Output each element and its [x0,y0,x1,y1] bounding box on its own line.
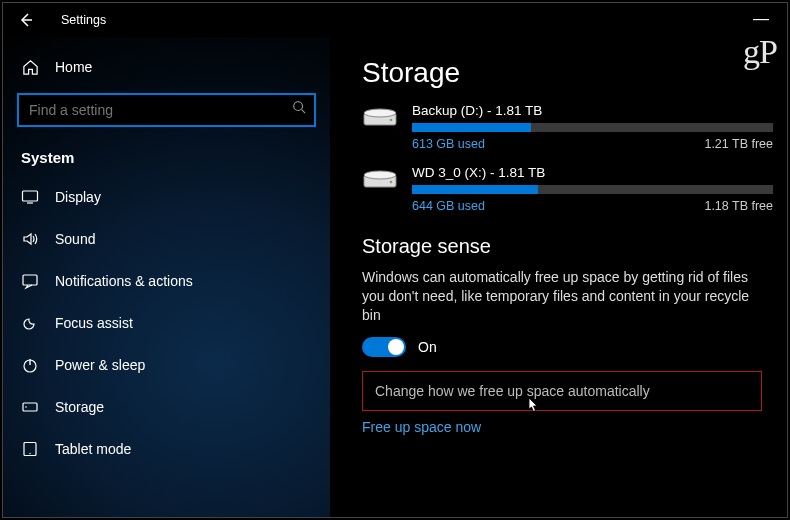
search-input[interactable] [17,93,316,127]
svg-point-10 [390,119,393,122]
usage-bar [412,123,773,132]
sidebar-item-display[interactable]: Display [3,176,330,218]
drive-name: Backup (D:) - 1.81 TB [412,103,773,118]
titlebar: Settings — [3,3,787,37]
sidebar-item-label: Storage [55,399,104,415]
free-up-now-link[interactable]: Free up space now [362,419,773,435]
page-title: Storage [362,57,773,89]
back-button[interactable] [11,5,41,35]
minimize-icon: — [753,10,769,28]
drive-row[interactable]: WD 3_0 (X:) - 1.81 TB 644 GB used 1.18 T… [362,165,773,213]
sidebar-item-notifications[interactable]: Notifications & actions [3,260,330,302]
sidebar-item-power-sleep[interactable]: Power & sleep [3,344,330,386]
sidebar: Home System Display Sound [3,37,330,517]
minimize-button[interactable]: — [747,9,775,29]
change-free-space-link[interactable]: Change how we free up space automaticall… [362,371,762,411]
usage-bar [412,185,773,194]
sidebar-item-label: Tablet mode [55,441,131,457]
sidebar-item-label: Sound [55,231,95,247]
svg-point-13 [390,181,393,184]
svg-point-9 [364,109,396,117]
focus-assist-icon [21,314,39,332]
drive-free: 1.21 TB free [704,137,773,151]
usage-bar-fill [412,123,531,132]
storage-sense-heading: Storage sense [362,235,773,258]
drive-used: 613 GB used [412,137,485,151]
drive-free: 1.18 TB free [704,199,773,213]
back-arrow-icon [18,12,34,28]
sidebar-item-label: Display [55,189,101,205]
drive-name: WD 3_0 (X:) - 1.81 TB [412,165,773,180]
svg-point-12 [364,171,396,179]
svg-point-5 [25,406,27,408]
usage-bar-fill [412,185,538,194]
toggle-state-label: On [418,339,437,355]
drive-row[interactable]: Backup (D:) - 1.81 TB 613 GB used 1.21 T… [362,103,773,151]
display-icon [21,188,39,206]
drive-icon [362,105,398,133]
svg-point-7 [29,453,30,454]
svg-rect-4 [23,403,37,411]
sidebar-item-tablet-mode[interactable]: Tablet mode [3,428,330,470]
window-title: Settings [61,13,106,27]
sidebar-item-sound[interactable]: Sound [3,218,330,260]
sidebar-nav: Display Sound Notifications & actions Fo… [3,176,330,470]
sidebar-category: System [3,137,330,176]
toggle-knob [388,339,404,355]
storage-sense-toggle[interactable] [362,337,406,357]
power-sleep-icon [21,356,39,374]
cursor-icon [523,396,541,418]
storage-sense-description: Windows can automatically free up space … [362,268,762,325]
sidebar-home[interactable]: Home [3,47,330,87]
watermark: gP [743,37,777,71]
sidebar-item-label: Notifications & actions [55,273,193,289]
home-icon [21,59,39,76]
tablet-mode-icon [21,440,39,458]
drive-icon [362,167,398,195]
storage-icon [21,398,39,416]
sidebar-item-focus-assist[interactable]: Focus assist [3,302,330,344]
sound-icon [21,230,39,248]
svg-rect-2 [23,275,37,285]
notifications-icon [21,272,39,290]
sidebar-item-label: Focus assist [55,315,133,331]
drive-used: 644 GB used [412,199,485,213]
svg-rect-1 [23,191,38,201]
main-panel: gP Storage Backup (D:) - 1.81 TB 613 GB … [330,37,787,517]
sidebar-item-storage[interactable]: Storage [3,386,330,428]
sidebar-item-label: Power & sleep [55,357,145,373]
sidebar-home-label: Home [55,59,92,75]
change-free-space-label: Change how we free up space automaticall… [375,383,650,399]
